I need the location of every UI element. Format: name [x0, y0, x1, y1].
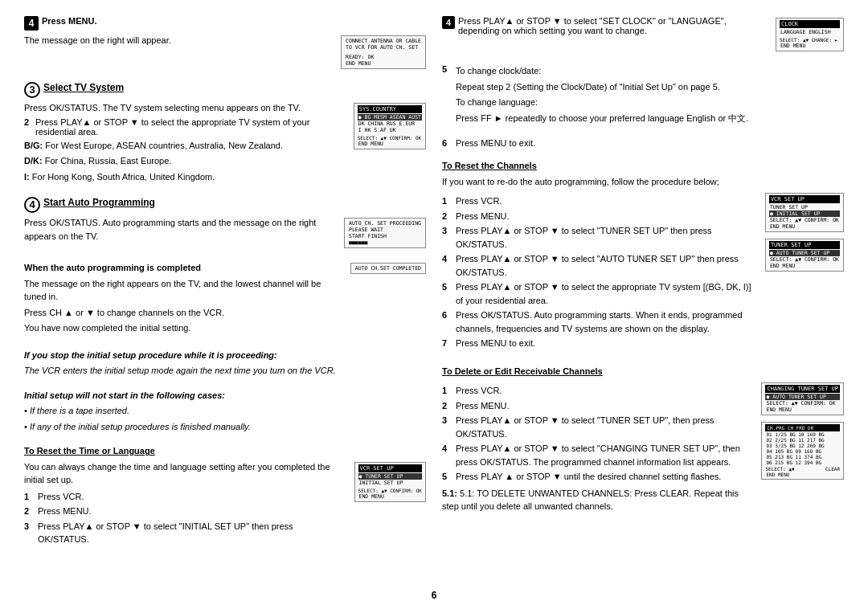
rc-step4: 4 Press PLAY▲ or STOP ▼ to select "AUTO …: [442, 252, 757, 279]
reset-time-section: To Reset the Time or Language You can al…: [24, 444, 426, 550]
vcr-setup-row2: INITIAL SET UP: [358, 480, 422, 486]
left-column: 4 Press MENU. The message on the right w…: [24, 16, 426, 561]
rc-step3-text: Press PLAY▲ or STOP ▼ to select "TUNER S…: [456, 224, 757, 251]
step4-right-label: 4: [442, 16, 455, 29]
bg-desc: For West Europe, ASEAN countries, Austra…: [45, 141, 283, 150]
rc-step7: 7 Press MENU to exit.: [442, 337, 757, 350]
step5-label: 5: [442, 64, 453, 74]
initial-setup-title: Initial setup will not start in the foll…: [24, 389, 426, 403]
delete-channels-section: To Delete or Edit Receivable Channels 1 …: [442, 365, 844, 516]
vcr-setup2-screen: VCR SET UP TUNER SET UP ● INITIAL SET UP…: [765, 193, 844, 232]
del-step51-desc: 5.1: TO DELETE UNWANTED CHANNELS: Press …: [442, 488, 739, 512]
step6-section: 6 Press MENU to exit.: [442, 138, 844, 148]
delete-channels-title: To Delete or Edit Receivable Channels: [442, 365, 844, 378]
vcr-setup-select: SELECT: ▲▼ CONFIRM: OK: [358, 488, 422, 493]
ch-list-row5: 06 215 BG 12 394 BG: [765, 460, 840, 465]
step3-text2: Press PLAY▲ or STOP ▼ to select the appr…: [35, 117, 346, 137]
vcr-setup-title: VCR SET UP: [358, 464, 422, 472]
vcr-setup-screen: VCR SET UP ● TUNER SET UP INITIAL SET UP…: [354, 462, 426, 502]
ch-list-select: SELECT: ▲▼: [765, 466, 794, 472]
sys-end: END MENU: [358, 141, 422, 147]
step5-title: To change clock/date:: [456, 64, 748, 78]
del-step4: 4 Press PLAY▲ or STOP ▼ to select "CHANG…: [442, 442, 753, 468]
bg-label: B/G:: [24, 141, 43, 150]
sys-select: SELECT: ▲▼ CONFIRM: OK: [358, 135, 421, 141]
reset-time-steps: 1 Press VCR. 2 Press MENU. 3 Press PLAY▲…: [24, 490, 346, 546]
del-step5: 5 Press PLAY ▲ or STOP ▼ until the desir…: [442, 470, 753, 484]
del-step4-text: Press PLAY▲ or STOP ▼ to select "CHANGIN…: [456, 442, 753, 468]
del-step5-text: Press PLAY ▲ or STOP ▼ until the desired…: [456, 470, 721, 484]
rc-step4-num: 4: [442, 252, 453, 266]
reset-channels-intro: If you want to re-do the auto programmin…: [442, 175, 844, 189]
sys-row3: I HK S.AF UK: [358, 127, 422, 133]
step4-press-menu-text: Press MENU.: [42, 16, 96, 26]
vcr-setup-end: END MENU: [358, 493, 422, 500]
changing-tuner-title: CHANGING TUNER SET UP: [765, 385, 840, 393]
reset-channels-section: To Reset the Channels If you want to re-…: [442, 159, 844, 353]
step5-text: Repeat step 2 (Setting the Clock/Date) o…: [456, 80, 748, 94]
sys-row2: DK CHINA RUS E.EUR: [358, 121, 422, 127]
reset-time-text: You can always change the time and langu…: [24, 460, 346, 487]
tuner-setup-end: END MENU: [769, 263, 840, 269]
rc-step6: 6 Press OK/STATUS. Auto programming star…: [442, 309, 757, 335]
auto-ch-line3: START FINISH: [348, 233, 422, 239]
auto-ch-line2: PLEASE WAIT: [348, 227, 422, 233]
del-step51-text: 5.1: 5.1: TO DELETE UNWANTED CHANNELS: P…: [442, 487, 753, 513]
dk-desc: For China, Russia, East Europe.: [45, 156, 172, 166]
initial-bullet1: • If there is a tape inserted.: [24, 404, 426, 418]
screen-line1: CONNECT ANTENNA OR CABLE: [345, 38, 422, 44]
step-4-label: 4: [24, 16, 39, 31]
changing-tuner-select: SELECT: ▲▼ CONFIRM: OK: [765, 400, 840, 407]
i-label: I:: [24, 172, 30, 182]
channel-list-screen: CH.PRG CH FRQ DR 01 1/25 BG 10 169 BG 02…: [761, 422, 844, 480]
step3-num2: 2: [24, 117, 35, 127]
auto-ch-line1: AUTO CH. SET PROCEEDING: [348, 220, 422, 227]
auto-ch-progress: ■■■■■■: [348, 239, 422, 246]
if-stop-text: The VCR enters the initial setup mode ag…: [24, 364, 426, 378]
rc-step4-text: Press PLAY▲ or STOP ▼ to select "AUTO TU…: [456, 252, 757, 279]
tuner-setup-screen: TUNER SET UP ● AUTO TUNER SET UP SELECT:…: [765, 239, 844, 272]
vcr-setup2-select: SELECT: ▲▼ CONFIRM: OK: [769, 217, 840, 223]
select-tv-title: Select TV System: [43, 82, 124, 93]
rc-step3: 3 Press PLAY▲ or STOP ▼ to select "TUNER…: [442, 224, 757, 251]
rc-step1-text: Press VCR.: [456, 194, 502, 208]
del-step1-num: 1: [442, 384, 453, 398]
reset-step2-text: Press MENU.: [38, 505, 92, 518]
step3-line1: Press OK/STATUS. The TV system selecting…: [24, 101, 346, 115]
vcr-setup2-row1: TUNER SET UP: [769, 204, 840, 210]
auto-prog-title: Start Auto Programming: [43, 197, 155, 208]
clock-lang-screen: CLOCK LANGUAGE ENGLISH SELECT: ▲▼ CHANGE…: [776, 18, 844, 51]
manual-page: 4 Press MENU. The message on the right w…: [0, 0, 868, 613]
rc-step7-num: 7: [442, 337, 453, 350]
sys-row1: ● BG MESM ASEAN AUST: [358, 114, 422, 121]
if-stop-title: If you stop the initial setup procedure …: [24, 349, 426, 362]
step5-lang-text: Press FF ► repeatedly to choose your pre…: [456, 112, 748, 125]
initial-bullet2: • If any of the initial setup procedures…: [24, 420, 426, 434]
clock-end: END MENU: [780, 43, 840, 49]
ch-list-row4: 05 213 BG 11 374 BG: [765, 454, 840, 460]
tuner-setup-select: SELECT: ▲▼ CONFIRM: OK: [769, 256, 840, 263]
when-completed-title: When the auto programming is completed: [24, 261, 342, 275]
step4-right-text: Press PLAY▲ or STOP ▼ to select "SET CLO…: [458, 16, 768, 35]
del-step3-num: 3: [442, 414, 453, 427]
delete-steps: 1 Press VCR. 2 Press MENU. 3 Press PLAY▲…: [442, 384, 753, 484]
changing-tuner-screen: CHANGING TUNER SET UP ● AUTO TUNER SET U…: [761, 382, 844, 415]
ch-list-title: CH.PRG CH FRQ DR: [765, 424, 840, 431]
ch-list-end: END MENU: [765, 472, 840, 477]
when-completed-text2: Press CH ▲ or ▼ to change channels on th…: [24, 306, 342, 320]
rc-step2-text: Press MENU.: [456, 210, 510, 223]
ch-list-row2: 03 3/25 BG 12 269 BG: [765, 443, 840, 448]
rc-step6-text: Press OK/STATUS. Auto programming starts…: [456, 309, 757, 335]
del-step2-text: Press MENU.: [456, 399, 510, 413]
del-step2-num: 2: [442, 399, 453, 413]
del-step51-label: 5.1:: [442, 488, 460, 498]
reset-channels-steps: 1 Press VCR. 2 Press MENU. 3 Press PLAY▲…: [442, 194, 757, 350]
reset-channels-title: To Reset the Channels: [442, 159, 844, 173]
ch-list-clear: CLEAR: [825, 466, 840, 472]
reset-step1-text: Press VCR.: [38, 490, 84, 504]
when-completed-text3: You have now completed the initial setti…: [24, 321, 342, 335]
del-step2: 2 Press MENU.: [442, 399, 753, 413]
ch-list-row1: 02 2/25 BG 11 217 BG: [765, 437, 840, 443]
del-step1-text: Press VCR.: [456, 384, 502, 398]
bg-text: B/G: For West Europe, ASEAN countries, A…: [24, 139, 346, 153]
